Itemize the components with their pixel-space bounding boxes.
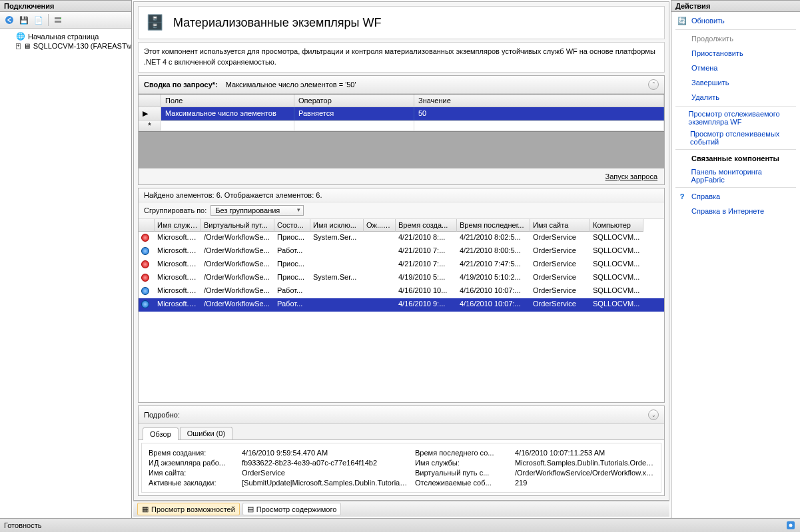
val-site: OrderService <box>242 469 408 477</box>
col-vpath[interactable]: Виртуальный пут... <box>201 219 274 232</box>
server-icon[interactable] <box>51 13 65 27</box>
lbl-id: ИД экземпляра рабо... <box>149 459 235 467</box>
actions-list: 🔄ОбновитьПродолжитьПриостановитьОтменаЗа… <box>671 12 800 220</box>
separator-icon <box>48 14 49 26</box>
table-row[interactable]: Microsoft.S.../OrderWorkflowSe...Приос..… <box>139 272 664 285</box>
qcol-op[interactable]: Оператор <box>294 95 414 107</box>
nav-back-icon[interactable] <box>3 13 16 27</box>
val-id: fb933622-8b23-4e39-a07c-c77e164f14b2 <box>242 459 408 467</box>
overview-grid: Время создания: 4/16/2010 9:59:54.470 AM… <box>141 443 661 493</box>
cell-vpath: /OrderWorkflowSe... <box>201 272 274 284</box>
action-item[interactable]: Справка в Интернете <box>671 204 800 218</box>
col-service[interactable]: Имя службы <box>155 219 201 232</box>
cell-vpath: /OrderWorkflowSe... <box>201 232 274 244</box>
col-status[interactable] <box>139 219 155 232</box>
table-row[interactable]: Microsoft.S.../OrderWorkflowSe...Работ..… <box>139 285 664 298</box>
action-item[interactable]: Просмотр отслеживаемых событий <box>671 128 800 148</box>
qcol-field[interactable]: Поле <box>161 95 294 107</box>
features-icon: ▦ <box>142 505 149 513</box>
status-blue-icon <box>141 287 149 295</box>
action-label: Просмотр отслеживаемых событий <box>690 130 795 146</box>
cell-service: Microsoft.S... <box>155 272 201 284</box>
cell-vpath: /OrderWorkflowSe... <box>201 258 274 271</box>
table-row[interactable]: Microsoft.S.../OrderWorkflowSe...Работ..… <box>139 298 664 312</box>
tree-home[interactable]: 🌐 Начальная страница <box>3 31 129 41</box>
action-item[interactable]: Панель мониторинга AppFabric <box>671 166 800 186</box>
val-last: 4/16/2010 10:07:11.253 AM <box>515 449 654 457</box>
query-row-selected[interactable]: ▶ Максимальное число элементов Равняется… <box>139 107 664 121</box>
action-item[interactable]: Отмена <box>671 61 800 75</box>
tree-home-label: Начальная страница <box>28 33 99 41</box>
connections-tree: 🌐 Начальная страница + 🖥 SQLLOCVM-130 (F… <box>0 29 131 53</box>
action-label: Завершить <box>691 79 729 87</box>
action-item[interactable]: Просмотр отслеживаемого экземпляра WF <box>671 108 800 128</box>
cell-site: OrderService <box>530 245 590 258</box>
action-label: Панель мониторинга AppFabric <box>691 168 795 184</box>
tree-server[interactable]: + 🖥 SQLLOCVM-130 (FAREAST\wssb <box>3 41 129 51</box>
val-bookmarks: [SubmitUpdate|Microsoft.Samples.Dublin.T… <box>242 479 408 487</box>
cell-created: 4/16/2010 9:... <box>396 298 457 311</box>
globe-icon: 🌐 <box>16 32 25 41</box>
actions-pane: Действия 🔄ОбновитьПродолжитьПриостановит… <box>671 0 800 518</box>
connections-pane: Подключения 💾 📄 🌐 Начальная страница + 🖥… <box>0 0 132 518</box>
col-last[interactable]: Время последнег... <box>457 219 530 232</box>
action-item[interactable]: Удалить <box>671 90 800 105</box>
lbl-vpath: Виртуальный путь с... <box>415 469 508 477</box>
status-blue-icon <box>141 247 149 255</box>
col-state[interactable]: Состо... <box>274 219 310 232</box>
table-header: Имя службы Виртуальный пут... Состо... И… <box>139 219 664 232</box>
action-icon-blank <box>677 48 687 59</box>
cell-last: 4/21/2010 7:47:5... <box>457 258 530 271</box>
details-tabs: Обзор Ошибки (0) <box>139 424 664 440</box>
qcol-val[interactable]: Значение <box>414 95 664 107</box>
cell-created: 4/19/2010 5:... <box>396 272 457 284</box>
new-doc-icon[interactable]: 📄 <box>32 13 45 27</box>
divider <box>675 149 796 150</box>
action-item[interactable]: Завершить <box>671 75 800 90</box>
run-query-link[interactable]: Запуск запроса <box>605 172 657 180</box>
action-item[interactable]: 🔄Обновить <box>671 13 800 28</box>
action-item: Связанные компоненты <box>671 151 800 166</box>
col-exception[interactable]: Имя исклю... <box>310 219 364 232</box>
tab-features-view[interactable]: ▦ Просмотр возможностей <box>137 503 240 515</box>
col-computer[interactable]: Компьютер <box>590 219 643 232</box>
expander-icon[interactable]: + <box>16 43 21 49</box>
action-item[interactable]: ?Справка <box>671 189 800 204</box>
table-row[interactable]: Microsoft.S.../OrderWorkflowSe...Приос..… <box>139 258 664 272</box>
cell-service: Microsoft.S... <box>155 258 201 271</box>
tab-content-view[interactable]: ▤ Просмотр содержимого <box>242 503 342 515</box>
cell-last: 4/21/2010 8:00:5... <box>457 245 530 258</box>
col-site[interactable]: Имя сайта <box>530 219 590 232</box>
cell-computer: SQLLOCVM... <box>590 298 643 311</box>
status-red-icon <box>141 260 149 268</box>
status-red-icon <box>141 274 149 282</box>
action-icon-blank <box>677 33 687 44</box>
cell-created: 4/16/2010 10... <box>396 285 457 298</box>
config-icon[interactable] <box>785 520 796 531</box>
table-row[interactable]: Microsoft.S.../OrderWorkflowSe...Приос..… <box>139 232 664 245</box>
val-vpath: /OrderWorkflowService/OrderWorkflow.xaml… <box>515 469 654 477</box>
val-tracked: 219 <box>515 479 654 487</box>
svg-rect-2 <box>55 21 61 23</box>
query-header-text: Максимальное число элементов = '50' <box>226 81 356 89</box>
tab-overview[interactable]: Обзор <box>143 427 179 440</box>
col-wait[interactable]: Ож... ▲ <box>364 219 396 232</box>
status-red-icon <box>141 234 149 242</box>
tab-errors[interactable]: Ошибки (0) <box>180 427 232 439</box>
details-collapse-icon[interactable]: ⌄ <box>648 409 659 420</box>
action-icon-blank <box>677 77 687 88</box>
save-icon[interactable]: 💾 <box>17 13 31 27</box>
cell-site: OrderService <box>530 298 590 311</box>
cell-state: Приос... <box>274 232 310 244</box>
group-by-row: Сгруппировать по: Без группирования <box>139 202 664 219</box>
group-by-select[interactable]: Без группирования <box>210 205 304 216</box>
col-created[interactable]: Время созда... <box>396 219 457 232</box>
collapse-icon[interactable]: ⌃ <box>648 79 659 90</box>
action-item[interactable]: Приостановить <box>671 46 800 61</box>
svg-point-5 <box>789 524 793 527</box>
connections-header: Подключения <box>0 0 131 12</box>
query-row-blank[interactable]: * <box>139 121 664 131</box>
cell-service: Microsoft.S... <box>155 298 201 311</box>
action-icon: ? <box>677 191 687 202</box>
table-row[interactable]: Microsoft.S.../OrderWorkflowSe...Работ..… <box>139 245 664 258</box>
